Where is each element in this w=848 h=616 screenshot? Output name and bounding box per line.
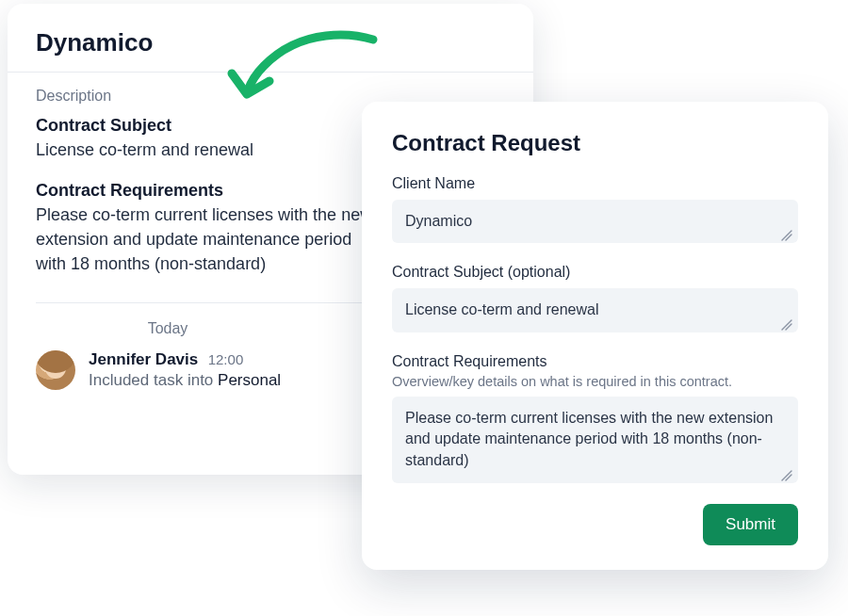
- contract-subject-input[interactable]: [392, 288, 798, 332]
- submit-button[interactable]: Submit: [703, 504, 798, 545]
- client-name-input[interactable]: [392, 200, 798, 243]
- form-title: Contract Request: [392, 130, 798, 156]
- activity-action: Included task into: [89, 371, 213, 389]
- contract-requirements-input[interactable]: [392, 397, 798, 483]
- activity-line: Included task into Personal: [89, 371, 281, 390]
- contract-subject-label: Contract Subject (optional): [392, 264, 798, 281]
- contract-request-form: Contract Request Client Name Contract Su…: [362, 102, 828, 570]
- client-name-label: Client Name: [392, 175, 798, 192]
- requirements-value: Please co-term current licenses with the…: [36, 203, 375, 276]
- contract-requirements-description: Overview/key details on what is required…: [392, 374, 798, 389]
- activity-user: Jennifer Davis: [89, 350, 198, 368]
- activity-target: Personal: [218, 371, 281, 389]
- subject-value: License co-term and renewal: [36, 138, 375, 162]
- today-label: Today: [36, 320, 300, 337]
- contract-requirements-label: Contract Requirements: [392, 353, 798, 370]
- activity-time: 12:00: [208, 351, 244, 367]
- avatar: [36, 350, 75, 390]
